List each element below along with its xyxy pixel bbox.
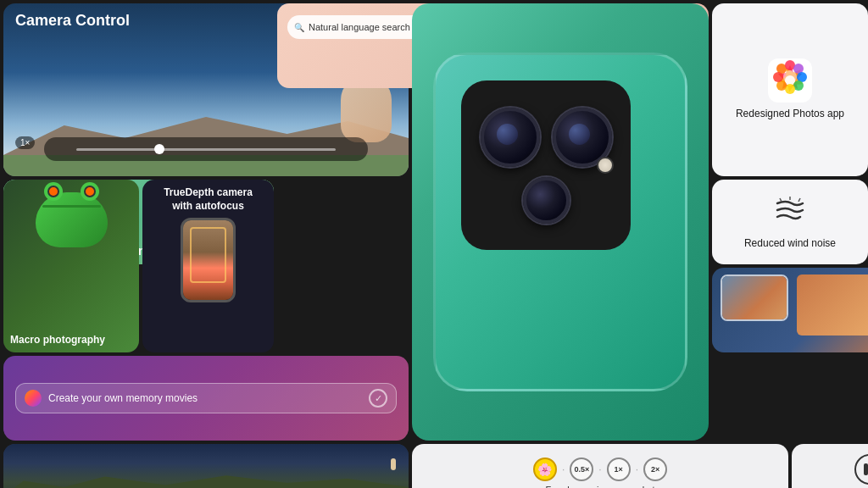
main-phone-card: [412, 3, 709, 441]
portrait-focus-frame: [190, 227, 226, 283]
svg-line-13: [798, 198, 800, 202]
pause-bar-left: [864, 463, 868, 475]
spatial-content: [722, 276, 787, 319]
lens-1x: 1×: [607, 458, 631, 481]
spatial-bg-photo: [797, 274, 868, 336]
ultrawide-bg: [3, 444, 409, 488]
phone-body: [433, 53, 687, 391]
camera-module: [461, 80, 631, 250]
lens-circle-05x: 0.5×: [570, 458, 593, 481]
macro-card: Macro photography: [3, 180, 139, 352]
frog-eye-left: [44, 182, 63, 201]
svg-point-9: [773, 72, 783, 82]
frog-stripe: [42, 205, 101, 208]
photos-app-label: Redesigned Photos app: [736, 108, 844, 121]
lens-sep-2: ·: [598, 463, 601, 475]
camera-flash: [597, 157, 614, 174]
search-icon: 🔍: [294, 23, 304, 32]
camera-lens-1: [481, 108, 540, 167]
wind-icon: [773, 195, 807, 232]
lens-flower: 🌸: [533, 458, 557, 481]
memory-text: Create your own memory movies: [48, 392, 362, 404]
four-lenses-label: Four lenses in your pocket: [545, 485, 654, 488]
memory-check-button[interactable]: ✓: [369, 389, 387, 408]
camera-control-bar: [44, 137, 369, 161]
control-indicator: [154, 144, 164, 154]
lens-05x: 0.5×: [570, 458, 593, 481]
pause-card: Pause video recording: [792, 444, 868, 488]
memory-icon: [25, 390, 42, 407]
control-bar-track: [76, 148, 336, 151]
lenses-row: 🌸 · 0.5× · 1× · 2×: [533, 458, 667, 481]
frog-pupil-left: [47, 186, 59, 197]
pause-button[interactable]: [854, 454, 868, 485]
lens-sep-3: ·: [636, 463, 638, 475]
spatial-device-frame: [721, 274, 788, 321]
pause-icon: [864, 463, 868, 475]
svg-line-11: [780, 198, 782, 202]
lens-2x: 2×: [643, 458, 667, 481]
ultrawide-person: [391, 458, 396, 470]
wind-noise-card: Reduced wind noise: [712, 180, 868, 264]
truedepth-card: TrueDepth camera with autofocus: [142, 180, 274, 352]
frog-body: [36, 192, 108, 247]
ultrawide-card: New Ultra Wide with autofocus: [3, 444, 409, 488]
photos-app-card: Redesigned Photos app: [712, 3, 868, 176]
lens-circle-2x: 2×: [643, 458, 667, 481]
svg-point-10: [783, 70, 797, 84]
phone-frame: [181, 218, 236, 302]
zoom-badge: 1×: [15, 136, 35, 149]
photos-app-icon: [768, 58, 812, 103]
camera-lens-row: [481, 108, 612, 167]
lens-circle-1x: 1×: [607, 458, 631, 481]
camera-lens-3: [523, 177, 570, 224]
memory-card: Create your own memory movies ✓: [3, 356, 409, 441]
frog-illustration: [29, 192, 114, 269]
spatial-card: Spatial photos and videos: [712, 268, 868, 352]
frog-pupil-right: [84, 186, 96, 197]
macro-label: Macro photography: [10, 334, 105, 346]
memory-input-bar[interactable]: Create your own memory movies ✓: [15, 383, 397, 413]
truedepth-title: TrueDepth camera with autofocus: [164, 186, 253, 213]
wind-noise-label: Reduced wind noise: [744, 237, 836, 249]
four-lenses-card: 🌸 · 0.5× · 1× · 2× Four lenses in your p…: [412, 444, 788, 488]
lens-sep-1: ·: [562, 463, 565, 475]
lens-circle-flower: 🌸: [533, 458, 557, 481]
frog-eye-right: [81, 182, 99, 201]
